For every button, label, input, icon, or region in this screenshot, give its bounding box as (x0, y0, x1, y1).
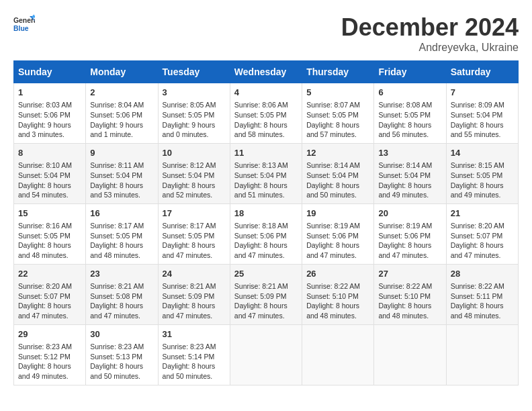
logo: General Blue (13, 13, 35, 35)
list-item: 6 Sunrise: 8:08 AMSunset: 5:05 PMDayligh… (374, 83, 446, 144)
list-item: 1 Sunrise: 8:03 AMSunset: 5:06 PMDayligh… (14, 83, 86, 144)
list-item: 10 Sunrise: 8:12 AMSunset: 5:04 PMDaylig… (158, 143, 230, 203)
list-item: 4 Sunrise: 8:06 AMSunset: 5:05 PMDayligh… (230, 83, 302, 144)
list-item: 11 Sunrise: 8:13 AMSunset: 5:04 PMDaylig… (230, 143, 302, 203)
table-row: 8 Sunrise: 8:10 AMSunset: 5:04 PMDayligh… (14, 143, 519, 203)
col-tuesday: Tuesday (158, 61, 230, 83)
table-row: 1 Sunrise: 8:03 AMSunset: 5:06 PMDayligh… (14, 83, 519, 144)
list-item: 5 Sunrise: 8:07 AMSunset: 5:05 PMDayligh… (302, 83, 374, 144)
calendar-subtitle: Andreyevka, Ukraine (341, 42, 519, 54)
title-block: December 2024 Andreyevka, Ukraine (341, 13, 519, 54)
list-item: 17 Sunrise: 8:17 AMSunset: 5:05 PMDaylig… (158, 203, 230, 264)
list-item: 21 Sunrise: 8:20 AMSunset: 5:07 PMDaylig… (446, 203, 518, 264)
list-item: 24 Sunrise: 8:21 AMSunset: 5:09 PMDaylig… (158, 264, 230, 324)
col-monday: Monday (86, 61, 158, 83)
list-item: 26 Sunrise: 8:22 AMSunset: 5:10 PMDaylig… (302, 264, 374, 324)
empty-cell (230, 324, 302, 385)
list-item: 9 Sunrise: 8:11 AMSunset: 5:04 PMDayligh… (86, 143, 158, 203)
list-item: 31 Sunrise: 8:23 AMSunset: 5:14 PMDaylig… (158, 324, 230, 385)
svg-text:Blue: Blue (13, 25, 29, 32)
empty-cell (302, 324, 374, 385)
calendar-table: Sunday Monday Tuesday Wednesday Thursday… (13, 60, 519, 385)
table-row: 22 Sunrise: 8:20 AMSunset: 5:07 PMDaylig… (14, 264, 519, 324)
list-item: 23 Sunrise: 8:21 AMSunset: 5:08 PMDaylig… (86, 264, 158, 324)
list-item: 14 Sunrise: 8:15 AMSunset: 5:05 PMDaylig… (446, 143, 518, 203)
calendar-header-row: Sunday Monday Tuesday Wednesday Thursday… (14, 61, 519, 83)
empty-cell (374, 324, 446, 385)
list-item: 3 Sunrise: 8:05 AMSunset: 5:05 PMDayligh… (158, 83, 230, 144)
logo-icon: General Blue (13, 13, 35, 35)
list-item: 29 Sunrise: 8:23 AMSunset: 5:12 PMDaylig… (14, 324, 86, 385)
list-item: 25 Sunrise: 8:21 AMSunset: 5:09 PMDaylig… (230, 264, 302, 324)
list-item: 27 Sunrise: 8:22 AMSunset: 5:10 PMDaylig… (374, 264, 446, 324)
list-item: 28 Sunrise: 8:22 AMSunset: 5:11 PMDaylig… (446, 264, 518, 324)
col-sunday: Sunday (14, 61, 86, 83)
list-item: 18 Sunrise: 8:18 AMSunset: 5:06 PMDaylig… (230, 203, 302, 264)
empty-cell (446, 324, 518, 385)
table-row: 29 Sunrise: 8:23 AMSunset: 5:12 PMDaylig… (14, 324, 519, 385)
col-friday: Friday (374, 61, 446, 83)
list-item: 22 Sunrise: 8:20 AMSunset: 5:07 PMDaylig… (14, 264, 86, 324)
calendar-title: December 2024 (341, 13, 519, 42)
page-header: General Blue December 2024 Andreyevka, U… (13, 13, 519, 54)
list-item: 15 Sunrise: 8:16 AMSunset: 5:05 PMDaylig… (14, 203, 86, 264)
list-item: 19 Sunrise: 8:19 AMSunset: 5:06 PMDaylig… (302, 203, 374, 264)
list-item: 20 Sunrise: 8:19 AMSunset: 5:06 PMDaylig… (374, 203, 446, 264)
col-saturday: Saturday (446, 61, 518, 83)
col-wednesday: Wednesday (230, 61, 302, 83)
table-row: 15 Sunrise: 8:16 AMSunset: 5:05 PMDaylig… (14, 203, 519, 264)
list-item: 16 Sunrise: 8:17 AMSunset: 5:05 PMDaylig… (86, 203, 158, 264)
col-thursday: Thursday (302, 61, 374, 83)
list-item: 12 Sunrise: 8:14 AMSunset: 5:04 PMDaylig… (302, 143, 374, 203)
list-item: 8 Sunrise: 8:10 AMSunset: 5:04 PMDayligh… (14, 143, 86, 203)
list-item: 30 Sunrise: 8:23 AMSunset: 5:13 PMDaylig… (86, 324, 158, 385)
list-item: 2 Sunrise: 8:04 AMSunset: 5:06 PMDayligh… (86, 83, 158, 144)
list-item: 13 Sunrise: 8:14 AMSunset: 5:04 PMDaylig… (374, 143, 446, 203)
list-item: 7 Sunrise: 8:09 AMSunset: 5:04 PMDayligh… (446, 83, 518, 144)
